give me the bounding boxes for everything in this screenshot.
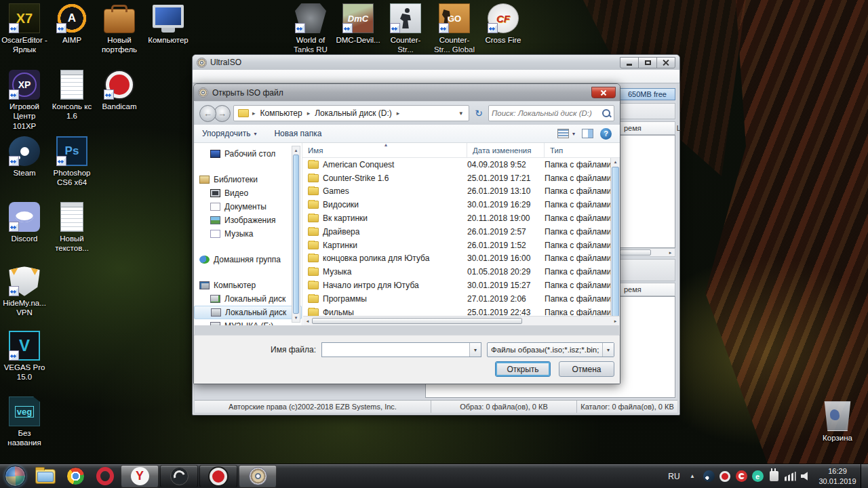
- ultraiso-titlebar[interactable]: UltraISO: [193, 55, 679, 70]
- dialog-titlebar[interactable]: Открыть ISO файл: [194, 84, 620, 101]
- scroll-up-arrow[interactable]: ▴: [611, 159, 620, 165]
- filetype-filter-dropdown[interactable]: Файлы образы(*.iso;*.isz;*.bin; ▾: [487, 342, 614, 357]
- desktop-icon[interactable]: Новый текстов...: [49, 202, 95, 253]
- breadcrumb[interactable]: ▸ Компьютер ▸ Локальный диск (D:) ▸ ▾: [233, 105, 469, 121]
- filename-input[interactable]: [322, 343, 469, 357]
- desktop-icon[interactable]: Консоль кс 1.6: [49, 70, 95, 121]
- menu-item[interactable]: [235, 75, 247, 78]
- tray-steam-icon[interactable]: [701, 464, 717, 488]
- clock[interactable]: 16:29 30.01.2019: [814, 466, 861, 487]
- desktop-icon[interactable]: DmC DMC-Devil...: [335, 3, 381, 45]
- sidebar-item[interactable]: Изображения: [194, 214, 302, 227]
- file-row[interactable]: Видосики 30.01.2019 16:29 Папка с файлам…: [302, 198, 610, 211]
- desktop-icon[interactable]: World of Tanks RU: [288, 3, 334, 55]
- cancel-button[interactable]: Отмена: [559, 361, 614, 377]
- file-row[interactable]: Музыка 01.05.2018 20:29 Папка с файлами: [302, 265, 610, 279]
- column-name[interactable]: Имя ▴: [302, 143, 467, 157]
- tray-expand-icon[interactable]: ▲: [684, 464, 701, 488]
- desktop-icon[interactable]: X7 OscarEditor - Ярлык: [1, 3, 47, 55]
- tray-eset-icon[interactable]: e: [749, 464, 766, 488]
- menu-item[interactable]: [259, 75, 271, 78]
- column-time[interactable]: ремя: [624, 124, 642, 132]
- desktop-icon[interactable]: XP Игровой Центр 101XP: [1, 70, 47, 131]
- column-lba[interactable]: L: [677, 124, 681, 132]
- preview-pane-button[interactable]: [582, 129, 593, 138]
- desktop-icon[interactable]: V VEGAS Pro 15.0: [1, 331, 47, 382]
- help-button[interactable]: ?: [600, 128, 612, 140]
- filename-dropdown-icon[interactable]: ▾: [469, 343, 481, 357]
- maximize-button[interactable]: [638, 57, 657, 68]
- file-row[interactable]: Counter-Strike 1.6 25.01.2019 17:21 Папк…: [302, 171, 610, 185]
- address-dropdown-icon[interactable]: ▾: [456, 110, 466, 117]
- desktop-icon[interactable]: Steam: [1, 136, 47, 178]
- open-button[interactable]: Открыть: [495, 361, 551, 377]
- taskbar-opera-button[interactable]: [90, 465, 120, 488]
- file-row[interactable]: концовка ролика для Ютуба 30.01.2019 16:…: [302, 252, 610, 266]
- refresh-button[interactable]: ↻: [472, 105, 486, 121]
- scrollbar-thumb[interactable]: [312, 318, 522, 324]
- breadcrumb-local-disk-d[interactable]: Локальный диск (D:): [312, 107, 395, 119]
- sidebar-item[interactable]: Документы: [194, 200, 302, 214]
- scroll-left-arrow[interactable]: ◂: [303, 319, 312, 324]
- breadcrumb-arrow-icon[interactable]: ▸: [305, 110, 313, 117]
- show-desktop-button[interactable]: [861, 464, 868, 488]
- scroll-right-arrow[interactable]: ▸: [666, 250, 675, 256]
- back-button[interactable]: ←: [199, 105, 216, 122]
- desktop-icon[interactable]: Counter-Str...: [382, 3, 429, 55]
- file-row[interactable]: Вк картинки 20.11.2018 19:00 Папка с фай…: [302, 211, 610, 225]
- sidebar-item[interactable]: Компьютер: [194, 279, 302, 292]
- file-row[interactable]: Games 26.01.2019 13:10 Папка с файлами: [302, 185, 610, 199]
- taskbar-obs-button[interactable]: [160, 465, 198, 487]
- file-row[interactable]: Драйвера 26.01.2019 2:57 Папка с файлами: [302, 225, 610, 239]
- sidebar-scrollbar[interactable]: ▴ ▾: [292, 146, 300, 323]
- filelist-hscrollbar[interactable]: ◂ ▸: [303, 316, 620, 325]
- sidebar-item[interactable]: Библиотеки: [194, 173, 302, 186]
- scroll-right-arrow[interactable]: ▸: [611, 319, 620, 324]
- start-button[interactable]: [5, 466, 26, 487]
- minimize-button[interactable]: [620, 57, 639, 68]
- desktop-icon[interactable]: Discord: [1, 202, 47, 243]
- sidebar-item[interactable]: Домашняя группа: [194, 253, 302, 266]
- tray-bandicam-icon[interactable]: [717, 464, 733, 488]
- desktop-icon[interactable]: CF Cross Fire: [480, 3, 526, 45]
- organize-button[interactable]: Упорядочить ▾: [202, 129, 256, 138]
- scrollbar-thumb[interactable]: [293, 155, 299, 314]
- language-indicator[interactable]: RU: [664, 464, 684, 488]
- desktop-icon[interactable]: A AIMP: [49, 3, 95, 45]
- sidebar-item[interactable]: Локальный диск: [194, 306, 302, 319]
- desktop-icon[interactable]: Корзина: [814, 401, 861, 443]
- menu-item[interactable]: [198, 75, 210, 78]
- breadcrumb-arrow-icon[interactable]: ▸: [395, 110, 402, 117]
- scrollbar-thumb[interactable]: [612, 167, 619, 317]
- breadcrumb-arrow-icon[interactable]: ▸: [250, 110, 258, 117]
- change-view-button[interactable]: ▾: [557, 129, 575, 138]
- search-input[interactable]: [492, 109, 601, 117]
- search-icon[interactable]: [601, 108, 611, 118]
- scroll-up-arrow[interactable]: ▴: [292, 148, 300, 153]
- file-row[interactable]: American Conquest 04.09.2018 9:52 Папка …: [302, 158, 610, 171]
- menu-item[interactable]: [210, 75, 222, 78]
- tray-power-plug-icon[interactable]: [766, 464, 782, 488]
- filelist-vscrollbar[interactable]: ▴ ▾: [610, 158, 620, 325]
- file-row[interactable]: Начало интро для Ютуба 30.01.2019 15:27 …: [302, 279, 610, 292]
- desktop-icon[interactable]: Ps Photoshop CS6 x64: [49, 136, 95, 188]
- taskbar-explorer-button[interactable]: [31, 465, 60, 488]
- file-row[interactable]: Картинки 26.01.2019 1:52 Папка с файлами: [302, 239, 610, 252]
- desktop-icon[interactable]: veg Без названия: [1, 396, 47, 448]
- breadcrumb-computer[interactable]: Компьютер: [258, 107, 305, 119]
- tray-speaker-icon[interactable]: [798, 464, 814, 488]
- column-type[interactable]: Тип: [545, 143, 620, 157]
- column-date-modified[interactable]: Дата изменения: [467, 143, 545, 157]
- taskbar-yandex-button[interactable]: Y: [121, 465, 159, 487]
- taskbar-chrome-button[interactable]: [60, 465, 90, 488]
- menu-item[interactable]: [222, 75, 235, 78]
- tray-record-icon[interactable]: [733, 464, 749, 488]
- scroll-down-arrow[interactable]: ▾: [292, 315, 300, 321]
- desktop-icon[interactable]: HideMy.na... VPN: [1, 266, 47, 318]
- column-time[interactable]: ремя: [624, 285, 642, 293]
- sidebar-item[interactable]: Видео: [194, 186, 302, 200]
- desktop-icon[interactable]: Компьютер: [145, 3, 191, 45]
- sidebar-item[interactable]: Локальный диск: [194, 292, 302, 306]
- sidebar-item[interactable]: Музыка: [194, 227, 302, 241]
- file-row[interactable]: Программы 27.01.2019 2:06 Папка с файлам…: [302, 292, 610, 306]
